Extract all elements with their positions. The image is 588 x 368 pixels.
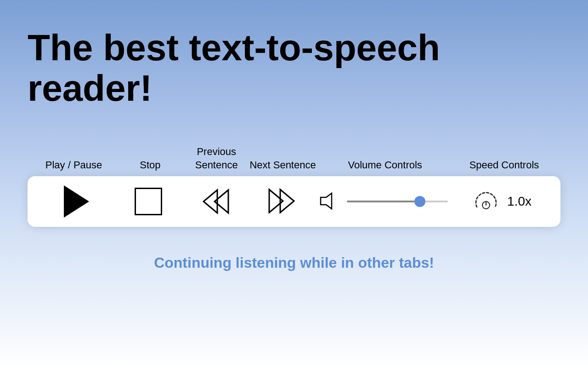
- stop-icon: [135, 188, 162, 215]
- controls-section: Play / Pause Stop Previous Sentence Next…: [28, 145, 560, 227]
- stop-button[interactable]: [113, 183, 184, 220]
- volume-icon: [317, 190, 340, 214]
- footer-text: Continuing listening while in other tabs…: [28, 254, 560, 271]
- speed-value: 1.0x: [507, 194, 531, 209]
- stop-label: Stop: [115, 159, 185, 172]
- volume-slider[interactable]: [347, 201, 448, 202]
- speed-section: 1.0x: [452, 188, 551, 215]
- next-sentence-label: Next Sentence: [248, 159, 318, 172]
- speed-controls-label: Speed Controls: [452, 159, 556, 172]
- previous-sentence-button[interactable]: [184, 183, 248, 220]
- next-sentence-button[interactable]: [248, 183, 315, 221]
- play-pause-label: Play / Pause: [32, 159, 115, 172]
- labels-row: Play / Pause Stop Previous Sentence Next…: [28, 145, 560, 172]
- main-container: The best text-to-speech reader! Play / P…: [0, 0, 588, 368]
- previous-icon: [200, 188, 232, 215]
- page-headline: The best text-to-speech reader!: [28, 28, 560, 109]
- volume-button[interactable]: [315, 185, 342, 218]
- volume-slider-container: [342, 201, 452, 202]
- volume-controls-label: Volume Controls: [317, 159, 452, 172]
- speed-knob[interactable]: [472, 188, 500, 215]
- play-icon: [64, 185, 89, 218]
- play-pause-button[interactable]: [37, 181, 113, 222]
- svg-marker-4: [321, 193, 332, 209]
- next-icon: [266, 187, 298, 216]
- player-bar: 1.0x: [28, 176, 560, 227]
- previous-sentence-label: Previous Sentence: [185, 145, 248, 172]
